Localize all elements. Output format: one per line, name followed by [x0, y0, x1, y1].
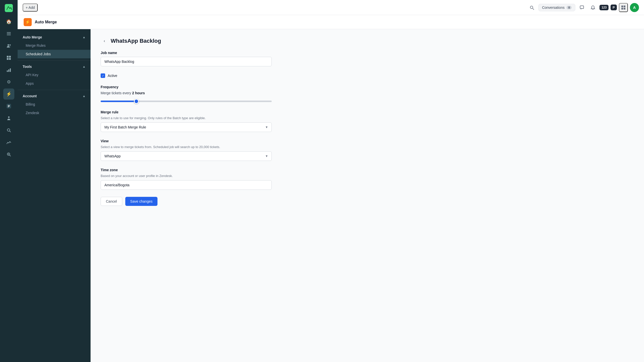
svg-rect-22: [624, 6, 625, 7]
conversations-button[interactable]: Conversations 0: [538, 4, 576, 11]
active-checkbox-row: ✓ Active: [101, 73, 634, 78]
rail-home-icon[interactable]: 🏠: [3, 16, 14, 27]
svg-point-5: [10, 44, 11, 46]
sidebar-section-account[interactable]: Account ▲: [18, 92, 91, 100]
active-checkbox[interactable]: ✓: [101, 73, 105, 78]
job-name-label: Job name: [101, 51, 634, 55]
svg-rect-2: [7, 33, 11, 34]
rail-p-icon[interactable]: P: [3, 101, 14, 112]
view-sublabel: Select a view to merge tickets from. Sch…: [101, 145, 634, 149]
svg-rect-23: [621, 8, 623, 10]
bell-icon-button[interactable]: [588, 3, 597, 12]
save-button[interactable]: Save changes: [125, 197, 158, 206]
rail-settings-icon[interactable]: ⚙: [3, 76, 14, 87]
timezone-input[interactable]: [101, 180, 272, 190]
sidebar-section-account-label: Account: [23, 94, 37, 98]
rail-dashboard-icon[interactable]: [3, 52, 14, 63]
avatar[interactable]: A: [630, 3, 639, 12]
svg-rect-20: [580, 6, 584, 9]
sidebar-item-api-key[interactable]: API Key: [18, 71, 91, 79]
merge-rule-select-wrapper: My First Batch Merge Rule ▼: [101, 122, 272, 132]
frequency-slider[interactable]: [101, 101, 272, 102]
job-name-section: Job name: [101, 51, 634, 66]
app-header: ⚡ Auto Merge: [18, 15, 644, 29]
p-badge[interactable]: P: [611, 5, 617, 10]
chevron-up-icon-tools: ▲: [83, 65, 86, 68]
merge-rule-label: Merge rule: [101, 110, 634, 114]
sidebar-section-auto-merge[interactable]: Auto Merge ▲: [18, 33, 91, 41]
sidebar-section-auto-merge-label: Auto Merge: [23, 35, 42, 39]
chevron-up-icon-account: ▲: [83, 94, 86, 98]
chevron-up-icon: ▲: [83, 35, 86, 39]
sidebar-item-scheduled-jobs[interactable]: Scheduled Jobs: [18, 50, 91, 58]
svg-rect-21: [621, 6, 623, 7]
frequency-text: Merge tickets every 2 hours: [101, 91, 634, 95]
svg-rect-12: [10, 68, 11, 72]
svg-rect-0: [5, 4, 13, 12]
svg-point-4: [8, 44, 9, 46]
back-button[interactable]: ‹: [101, 37, 108, 45]
main-content: ‹ WhatsApp Backlog Job name ✓ Active Fre…: [91, 29, 644, 362]
button-row: Cancel Save changes: [101, 197, 634, 206]
main-layout: + Add Conversations 0 123 P A ⚡: [18, 0, 644, 362]
icon-rail: 🏠 ⚙ ⚡ P: [0, 0, 18, 362]
view-section: View Select a view to merge tickets from…: [101, 139, 634, 161]
frequency-slider-container: [101, 99, 272, 103]
sidebar: Auto Merge ▲ Merge Rules Scheduled Jobs …: [18, 29, 91, 362]
rail-analytics-icon[interactable]: [3, 137, 14, 148]
merge-rule-select[interactable]: My First Batch Merge Rule: [101, 122, 272, 132]
sidebar-section-tools[interactable]: Tools ▲: [18, 63, 91, 71]
view-select[interactable]: WhatsApp: [101, 151, 272, 161]
rail-users-icon[interactable]: [3, 40, 14, 51]
view-label: View: [101, 139, 634, 143]
cancel-button[interactable]: Cancel: [101, 197, 122, 206]
svg-rect-10: [7, 70, 8, 72]
conversations-label: Conversations: [542, 6, 565, 10]
svg-rect-1: [7, 32, 11, 33]
rail-search2-icon[interactable]: [3, 149, 14, 160]
merge-rule-sublabel: Select a rule to use for merging. Only r…: [101, 116, 634, 120]
view-select-wrapper: WhatsApp ▼: [101, 151, 272, 161]
sidebar-divider-2: [18, 90, 91, 90]
grid-button[interactable]: [619, 3, 628, 12]
svg-text:P: P: [8, 105, 10, 108]
rail-bolt-icon[interactable]: ⚡: [3, 88, 14, 100]
conversations-badge: 0: [567, 6, 572, 9]
job-name-input[interactable]: [101, 57, 272, 66]
svg-rect-9: [9, 58, 11, 60]
app-title: Auto Merge: [35, 20, 57, 24]
rail-list-icon[interactable]: [3, 28, 14, 39]
chat-icon-button[interactable]: [577, 3, 586, 12]
svg-rect-6: [7, 56, 9, 58]
svg-point-18: [8, 154, 9, 155]
merge-rule-section: Merge rule Select a rule to use for merg…: [101, 110, 634, 132]
rail-bar-icon[interactable]: [3, 64, 14, 75]
svg-rect-11: [8, 69, 9, 72]
frequency-section: Frequency Merge tickets every 2 hours: [101, 85, 634, 103]
topbar: + Add Conversations 0 123 P A: [18, 0, 644, 15]
rail-search-circle-icon[interactable]: [3, 125, 14, 136]
add-button[interactable]: + Add: [23, 4, 38, 12]
num-badge[interactable]: 123: [599, 5, 609, 10]
timezone-section: Time zone Based on your account or user …: [101, 168, 634, 190]
logo[interactable]: [4, 3, 14, 13]
sidebar-section-tools-label: Tools: [23, 65, 32, 69]
sidebar-item-merge-rules[interactable]: Merge Rules: [18, 41, 91, 50]
rail-person-icon[interactable]: [3, 113, 14, 124]
sidebar-item-apps[interactable]: Apps: [18, 79, 91, 88]
svg-rect-8: [7, 58, 9, 60]
timezone-sublabel: Based on your account or user profile in…: [101, 174, 634, 178]
app-icon: ⚡: [24, 18, 32, 26]
sidebar-item-billing[interactable]: Billing: [18, 100, 91, 109]
page-back: ‹ WhatsApp Backlog: [101, 37, 634, 45]
sidebar-item-zendesk[interactable]: Zendesk: [18, 109, 91, 117]
page-title: WhatsApp Backlog: [111, 38, 161, 44]
search-button[interactable]: [527, 3, 536, 12]
svg-rect-3: [7, 35, 11, 35]
svg-rect-7: [9, 56, 11, 58]
svg-rect-24: [624, 8, 625, 10]
frequency-label: Frequency: [101, 85, 634, 89]
topbar-icons: Conversations 0 123 P A: [527, 3, 639, 12]
sidebar-divider-1: [18, 60, 91, 61]
svg-point-15: [8, 116, 10, 118]
